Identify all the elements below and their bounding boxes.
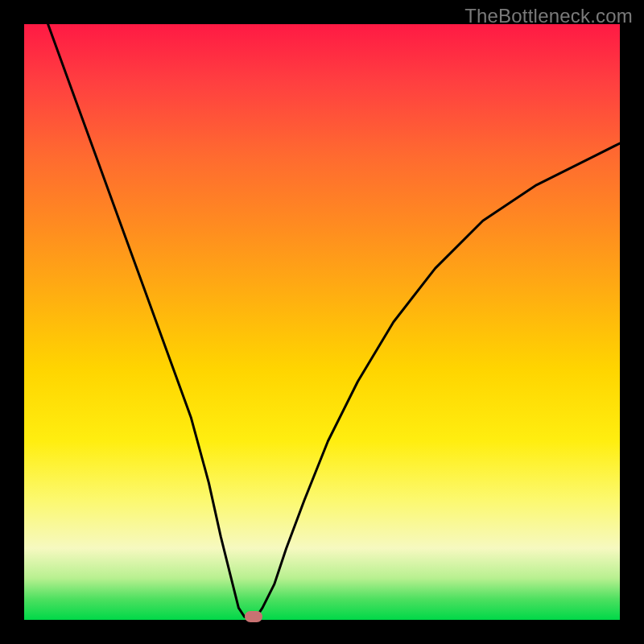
optimum-marker: [245, 611, 262, 622]
chart-frame: TheBottleneck.com: [0, 0, 644, 644]
bottleneck-curve-path: [48, 24, 620, 617]
curve-svg: [24, 24, 620, 620]
plot-area: [24, 24, 620, 620]
